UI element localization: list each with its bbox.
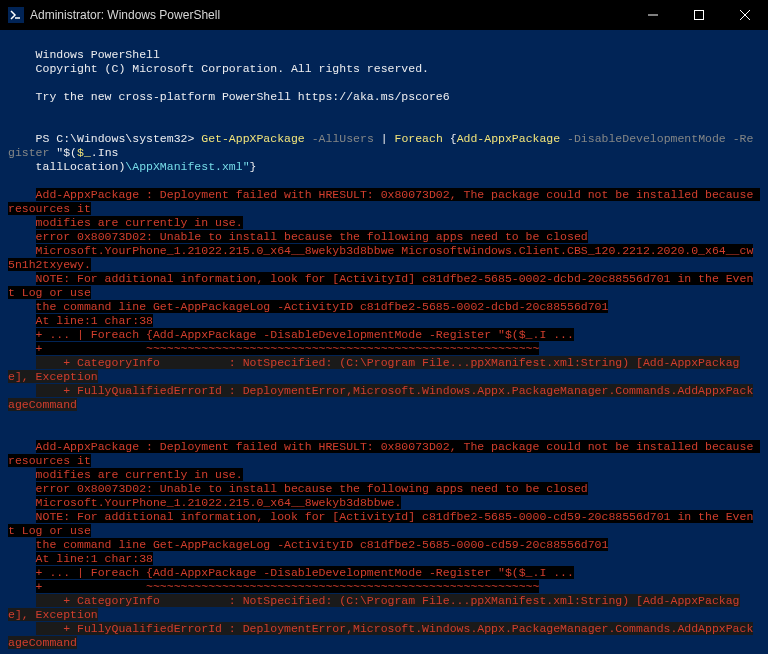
maximize-button[interactable] bbox=[676, 0, 722, 30]
error-line: Add-AppxPackage : Deployment failed with… bbox=[8, 440, 760, 467]
svg-rect-1 bbox=[695, 11, 704, 20]
header-line: Windows PowerShell bbox=[36, 48, 160, 61]
error-line: + CategoryInfo : NotSpecified: (C:\Progr… bbox=[8, 594, 740, 621]
prompt-line: PS C:\Windows\system32> Get-AppXPackage … bbox=[8, 132, 753, 159]
terminal-output[interactable]: Windows PowerShell Copyright (C) Microso… bbox=[0, 30, 768, 654]
header-line: Copyright (C) Microsoft Corporation. All… bbox=[36, 62, 429, 75]
error-line: At line:1 char:38 bbox=[36, 314, 153, 327]
error-line: + ~~~~~~~~~~~~~~~~~~~~~~~~~~~~~~~~~~~~~~… bbox=[36, 342, 540, 355]
error-line: + FullyQualifiedErrorId : DeploymentErro… bbox=[8, 622, 753, 649]
error-line: + FullyQualifiedErrorId : DeploymentErro… bbox=[8, 384, 753, 411]
error-line: the command line Get-AppPackageLog -Acti… bbox=[36, 538, 609, 551]
error-line: Microsoft.YourPhone_1.21022.215.0_x64__8… bbox=[36, 496, 402, 509]
error-line: NOTE: For additional information, look f… bbox=[8, 272, 753, 299]
error-line: + ~~~~~~~~~~~~~~~~~~~~~~~~~~~~~~~~~~~~~~… bbox=[36, 580, 540, 593]
error-line: Add-AppxPackage : Deployment failed with… bbox=[8, 188, 760, 215]
error-line: At line:1 char:38 bbox=[36, 552, 153, 565]
error-line: + ... | Foreach {Add-AppxPackage -Disabl… bbox=[36, 566, 574, 579]
error-line: Microsoft.YourPhone_1.21022.215.0_x64__8… bbox=[8, 244, 753, 271]
error-line: modifies are currently in use. bbox=[36, 216, 243, 229]
titlebar[interactable]: Administrator: Windows PowerShell bbox=[0, 0, 768, 30]
error-line: + CategoryInfo : NotSpecified: (C:\Progr… bbox=[8, 356, 740, 383]
powershell-icon bbox=[8, 7, 24, 23]
error-line: error 0x80073D02: Unable to install beca… bbox=[36, 482, 588, 495]
header-line: Try the new cross-platform PowerShell ht… bbox=[36, 90, 450, 103]
powershell-window: Administrator: Windows PowerShell Window… bbox=[0, 0, 768, 654]
error-line: error 0x80073D02: Unable to install beca… bbox=[36, 230, 588, 243]
error-line: NOTE: For additional information, look f… bbox=[8, 510, 753, 537]
close-button[interactable] bbox=[722, 0, 768, 30]
error-line: the command line Get-AppPackageLog -Acti… bbox=[36, 300, 609, 313]
prompt-line-2: tallLocation)\AppXManifest.xml"} bbox=[36, 160, 257, 173]
error-line: modifies are currently in use. bbox=[36, 468, 243, 481]
error-line: + ... | Foreach {Add-AppxPackage -Disabl… bbox=[36, 328, 574, 341]
window-title: Administrator: Windows PowerShell bbox=[30, 8, 630, 22]
minimize-button[interactable] bbox=[630, 0, 676, 30]
